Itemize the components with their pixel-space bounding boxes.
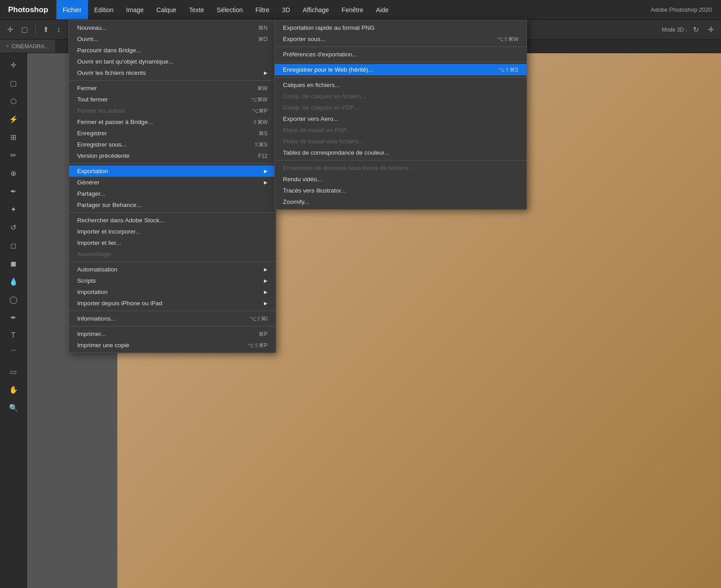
- tab-cinemagraph[interactable]: × CINEMAGRA...: [0, 40, 56, 53]
- submenu-traces-illustrator[interactable]: Tracés vers Illustrator...: [275, 185, 527, 196]
- separator-1: [69, 80, 276, 81]
- menu-importer-lier[interactable]: Importer et lier...: [69, 237, 276, 248]
- tab-label: CINEMAGRA...: [12, 43, 49, 50]
- magic-wand-tool[interactable]: ⚡: [5, 111, 22, 127]
- eraser-tool[interactable]: ◻: [5, 237, 22, 253]
- scripts-arrow: ▶: [264, 278, 268, 283]
- dodge-tool[interactable]: ◯: [5, 291, 22, 308]
- menu-version-precedente[interactable]: Version précédente F12: [69, 150, 276, 161]
- move-tool[interactable]: ✛: [5, 57, 22, 73]
- menu-adobe-stock[interactable]: Rechercher dans Adobe Stock...: [69, 215, 276, 226]
- submenu-exporter-aero[interactable]: Exporter vers Aero...: [275, 113, 527, 124]
- menu-enregistrer[interactable]: Enregistrer ⌘S: [69, 128, 276, 139]
- menu-bridge[interactable]: Parcourir dans Bridge...: [69, 45, 276, 56]
- menu-importer-iphone[interactable]: Importer depuis iPhone ou iPad ▶: [69, 298, 276, 309]
- zoom-tool[interactable]: 🔍: [5, 400, 22, 416]
- tab-close-button[interactable]: ×: [6, 44, 9, 49]
- align-top-icon[interactable]: ⬆: [40, 23, 51, 36]
- menu-importer-incorporer[interactable]: Importer et incorporer...: [69, 226, 276, 237]
- sub-separator-4: [275, 160, 527, 161]
- menu-selection[interactable]: Sélection: [210, 0, 249, 19]
- submenu-arrow: ▶: [264, 70, 268, 75]
- gradient-tool[interactable]: ◼: [5, 255, 22, 271]
- menu-calque[interactable]: Calque: [150, 0, 183, 19]
- submenu-zoomify[interactable]: Zoomify...: [275, 196, 527, 207]
- menu-fichier[interactable]: Fichier: [56, 0, 88, 19]
- submenu-comp-calques-fichiers: Comp. de calques en fichiers...: [275, 91, 527, 102]
- history-brush-tool[interactable]: ↺: [5, 219, 22, 235]
- menu-fenetre[interactable]: Fenêtre: [335, 0, 370, 19]
- separator-5: [69, 311, 276, 311]
- menu-filtre[interactable]: Filtre: [249, 0, 276, 19]
- submenu-rendu-video[interactable]: Rendu vidéo...: [275, 174, 527, 185]
- sub-separator-3: [275, 77, 527, 78]
- menu-exportation[interactable]: Exportation ▶: [69, 165, 276, 177]
- exportation-arrow: ▶: [264, 169, 268, 174]
- mode-3d-label: Mode 3D : ↻ ✛: [662, 23, 716, 36]
- submenu-tables-couleur[interactable]: Tables de correspondance de couleur...: [275, 147, 527, 158]
- lasso-tool[interactable]: ⬡: [5, 93, 22, 109]
- menu-nouveau[interactable]: Nouveau... ⌘N: [69, 22, 276, 33]
- menu-imprimer-copie[interactable]: Imprimer une copie ⌥⇧⌘P: [69, 340, 276, 351]
- menu-objet-dynamique[interactable]: Ouvrir en tant qu'objet dynamique...: [69, 56, 276, 67]
- separator-3: [69, 212, 276, 213]
- selection-icon[interactable]: ▢: [18, 23, 31, 36]
- submenu-exporter-sous[interactable]: Exporter sous... ⌥⇧⌘W: [275, 33, 527, 45]
- menu-imprimer[interactable]: Imprimer... ⌘P: [69, 328, 276, 340]
- exportation-submenu: Exportation rapide au format PNG Exporte…: [274, 20, 527, 210]
- menu-ouvrir[interactable]: Ouvrir... ⌘O: [69, 33, 276, 45]
- menu-3d[interactable]: 3D: [276, 0, 296, 19]
- align-middle-icon[interactable]: ↕: [54, 24, 63, 36]
- mode-3d-move-icon[interactable]: ✛: [705, 23, 716, 36]
- iphone-arrow: ▶: [264, 301, 268, 306]
- submenu-preferences-exportation[interactable]: Préférences d'exportation...: [275, 49, 527, 60]
- menu-informations[interactable]: Informations... ⌥⇧⌘I: [69, 313, 276, 324]
- menu-assemblage: Assemblage...: [69, 248, 276, 260]
- menu-automatisation[interactable]: Automatisation ▶: [69, 264, 276, 275]
- submenu-calques-fichiers[interactable]: Calques en fichiers...: [275, 79, 527, 91]
- toolbar-separator: [35, 25, 36, 34]
- menu-scripts[interactable]: Scripts ▶: [69, 275, 276, 286]
- mode-3d-rotate-icon[interactable]: ↻: [690, 23, 702, 36]
- menu-fermer-autres: Fermer les autres ⌥⌘P: [69, 105, 276, 116]
- menu-fichiers-recents[interactable]: Ouvrir les fichiers récents ▶: [69, 67, 276, 78]
- submenu-enregistrer-web[interactable]: Enregistrer pour le Web (hérité)... ⌥⇧⌘S: [275, 64, 527, 75]
- menu-aide[interactable]: Aide: [370, 0, 395, 19]
- menu-partager[interactable]: Partager...: [69, 188, 276, 199]
- menu-tout-fermer[interactable]: Tout fermer ⌥⌘W: [69, 94, 276, 105]
- pen-tool[interactable]: ✒: [5, 309, 22, 326]
- generer-arrow: ▶: [264, 180, 268, 185]
- crop-tool[interactable]: ⊞: [5, 129, 22, 145]
- menu-fermer[interactable]: Fermer ⌘W: [69, 83, 276, 94]
- healing-brush-tool[interactable]: ⊕: [5, 165, 22, 181]
- app-name: Photoshop: [0, 0, 56, 19]
- submenu-exportation-rapide[interactable]: Exportation rapide au format PNG: [275, 22, 527, 33]
- marquee-tool[interactable]: ▢: [5, 75, 22, 91]
- side-toolbar: ✛ ▢ ⬡ ⚡ ⊞ ✏ ⊕ ✒ ✦ ↺ ◻ ◼ 💧 ◯ ✒ T ⌒ ▭ ✋ 🔍: [0, 53, 27, 588]
- app-title: Adobe Photoshop 2020: [651, 6, 721, 13]
- submenu-ensembles-donnees: Ensembles de données sous forme de fichi…: [275, 162, 527, 174]
- move-tool-icon[interactable]: ✛: [5, 23, 16, 36]
- menu-edition[interactable]: Edition: [88, 0, 120, 19]
- automatisation-arrow: ▶: [264, 267, 268, 272]
- menu-texte[interactable]: Texte: [183, 0, 210, 19]
- blur-tool[interactable]: 💧: [5, 273, 22, 289]
- menu-image[interactable]: Image: [120, 0, 150, 19]
- menu-fermer-bridge[interactable]: Fermer et passer à Bridge... ⇧⌘W: [69, 116, 276, 128]
- separator-2: [69, 163, 276, 164]
- importation-arrow: ▶: [264, 289, 268, 294]
- clone-stamp-tool[interactable]: ✦: [5, 201, 22, 217]
- menu-enregistrer-sous[interactable]: Enregistrer sous... ⇧⌘S: [69, 139, 276, 150]
- text-tool[interactable]: T: [5, 327, 22, 344]
- path-tool[interactable]: ⌒: [5, 345, 22, 362]
- hand-tool[interactable]: ✋: [5, 381, 22, 398]
- separator-6: [69, 326, 276, 326]
- shape-tool[interactable]: ▭: [5, 363, 22, 380]
- separator-4: [69, 262, 276, 262]
- menu-affichage[interactable]: Affichage: [296, 0, 335, 19]
- eyedropper-tool[interactable]: ✏: [5, 147, 22, 163]
- menu-partager-behance[interactable]: Partager sur Behance...: [69, 199, 276, 211]
- menu-generer[interactable]: Générer ▶: [69, 177, 276, 188]
- brush-tool[interactable]: ✒: [5, 183, 22, 199]
- menu-importation[interactable]: Importation ▶: [69, 286, 276, 298]
